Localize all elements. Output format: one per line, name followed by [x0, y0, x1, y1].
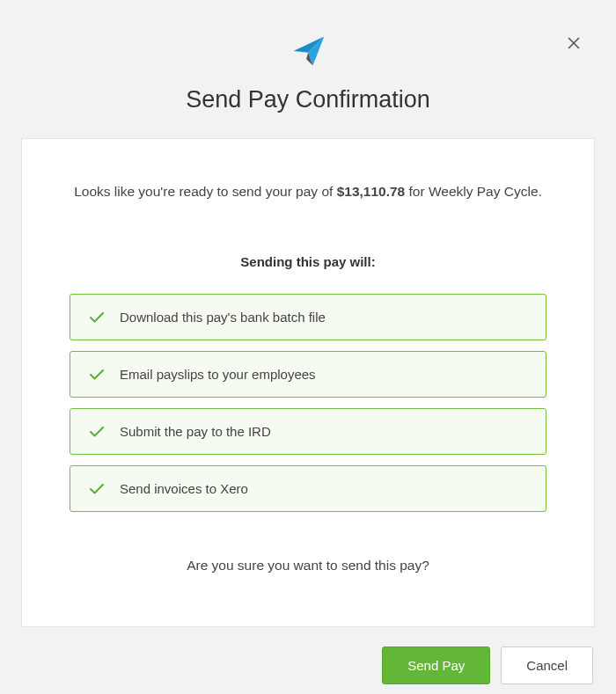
paper-plane-logo-icon	[289, 32, 327, 70]
confirmation-card: Looks like you're ready to send your pay…	[21, 138, 595, 627]
action-label: Send invoices to Xero	[120, 481, 248, 496]
check-icon	[90, 312, 104, 323]
send-pay-button[interactable]: Send Pay	[382, 647, 490, 684]
action-download-bank-batch: Download this pay's bank batch file	[70, 294, 546, 340]
action-send-xero: Send invoices to Xero	[70, 465, 546, 512]
actions-subtitle: Sending this pay will:	[68, 254, 548, 269]
close-icon	[567, 36, 581, 50]
check-icon	[90, 484, 104, 494]
modal-header: Send Pay Confirmation	[21, 32, 595, 113]
send-pay-confirmation-modal: Send Pay Confirmation Looks like you're …	[0, 0, 616, 694]
check-icon	[90, 427, 104, 437]
intro-prefix: Looks like you're ready to send your pay…	[74, 184, 337, 199]
modal-title: Send Pay Confirmation	[186, 86, 430, 113]
intro-suffix: for Weekly Pay Cycle.	[405, 184, 542, 199]
intro-text: Looks like you're ready to send your pay…	[68, 181, 548, 201]
action-label: Submit the pay to the IRD	[120, 424, 271, 439]
action-label: Download this pay's bank batch file	[120, 310, 326, 325]
check-icon	[90, 369, 104, 380]
close-button[interactable]	[567, 35, 581, 53]
cancel-button[interactable]: Cancel	[501, 647, 593, 684]
confirm-question: Are you sure you want to send this pay?	[68, 558, 548, 573]
action-submit-ird: Submit the pay to the IRD	[70, 408, 546, 455]
action-list: Download this pay's bank batch file Emai…	[68, 294, 548, 512]
action-label: Email payslips to your employees	[120, 367, 316, 382]
action-email-payslips: Email payslips to your employees	[70, 351, 546, 398]
pay-amount: $13,110.78	[337, 184, 406, 199]
modal-footer: Send Pay Cancel	[21, 647, 595, 684]
